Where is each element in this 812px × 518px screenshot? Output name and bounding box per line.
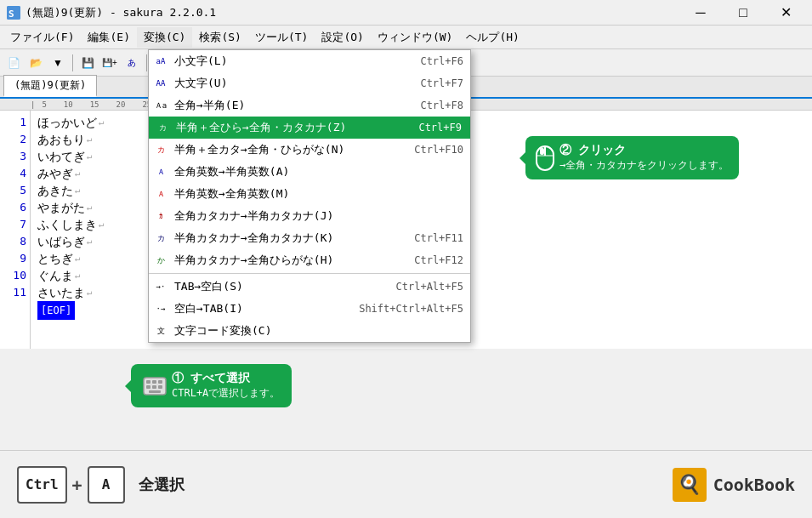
menu-convert[interactable]: 変換(C) [137, 27, 192, 48]
dropdown-shortcut-tab-to-space: Ctrl+Alt+F5 [362, 281, 463, 293]
dropdown-label-uppercase: 大文字(U) [174, 76, 227, 91]
line-num-3: 3 [3, 148, 26, 165]
dropdown-label-han-alpha-to-zen: 半角英数→全角英数(M) [174, 186, 289, 202]
svg-rect-11 [152, 385, 156, 389]
dropdown-label-zen-alpha-to-han: 全角英数→半角英数(A) [174, 164, 289, 179]
svg-text:S: S [9, 9, 14, 20]
line-text-11: さいたま [37, 284, 85, 301]
ctrl-key-box: Ctrl [17, 466, 67, 504]
menu-tools[interactable]: ツール(T) [248, 27, 315, 48]
close-button[interactable]: ✕ [766, 4, 805, 21]
active-tab[interactable]: (無題)9(更新) [3, 75, 97, 97]
svg-rect-7 [146, 380, 150, 384]
tooltip-arrow-step2 [514, 152, 525, 164]
line-num-10: 10 [3, 267, 26, 284]
a-key-box: A [88, 466, 125, 504]
han-alpha-icon: Ａ [152, 185, 169, 202]
dropdown-label-han-to-zen-kata: 半角＋全ひら→全角・カタカナ(Z) [176, 120, 346, 135]
dropdown-item-han-kata-to-zen-kata[interactable]: カ 半角カタカナ→全角カタカナ(K) Ctrl+F11 [149, 227, 470, 249]
tooltip-step1-content: ① すべて選択 CTRL+Aで選択します。 [143, 371, 280, 401]
window-title: (無題)9(更新) - sakura 2.2.0.1 [26, 5, 681, 20]
tooltip-step1: ① すべて選択 CTRL+Aで選択します。 [131, 364, 292, 407]
tooltip-step2: ② クリック →全角・カタカナをクリックします。 [525, 136, 739, 179]
open-file-button[interactable]: 📂 [26, 53, 46, 73]
menu-file[interactable]: ファイル(F) [3, 27, 81, 48]
cookbook-icon-emoji: 🍳 [678, 474, 701, 495]
cookbook-logo: 🍳 CookBook [673, 468, 795, 502]
dropdown-item-zen-alpha-to-han[interactable]: Ａ 全角英数→半角英数(A) [149, 161, 470, 183]
dropdown-label-char-code: 文字コード変換(C) [174, 323, 271, 339]
menu-edit[interactable]: 編集(E) [81, 27, 136, 48]
toolbar-btn-3[interactable]: あ [122, 53, 142, 73]
new-file-button[interactable]: 📄 [3, 53, 24, 73]
dropdown-item-char-code[interactable]: 文 文字コード変換(C) [149, 320, 470, 342]
shortcut-display: Ctrl + A 全選択 [17, 466, 185, 504]
zen-alpha-icon: Ａ [152, 163, 169, 180]
svg-rect-5 [540, 148, 544, 155]
line-text-2: あおもり [37, 131, 85, 148]
dropdown-shortcut-han-to-zen-kata: Ctrl+F9 [384, 122, 462, 134]
dropdown-label-han-kata-to-zen-hira: 半角＋全カタ→全角・ひらがな(N) [174, 142, 344, 157]
zen-kata-to-han-icon: ｶ [152, 208, 169, 225]
shortcut-label: 全選択 [139, 475, 185, 495]
line-num-7: 7 [3, 216, 26, 233]
line-num-4: 4 [3, 165, 26, 182]
dropdown-label-space-to-tab: 空白→TAB(I) [174, 301, 243, 316]
line-text-6: やまがた [37, 199, 85, 216]
svg-rect-12 [158, 385, 162, 389]
save-as-button[interactable]: 💾+ [99, 53, 120, 73]
dropdown-item-lowercase[interactable]: aA 小文字(L) Ctrl+F6 [149, 50, 470, 72]
toolbar-sep-2 [146, 54, 147, 71]
uppercase-icon: AA [152, 75, 169, 92]
svg-rect-9 [158, 380, 162, 384]
dropdown-item-tab-to-space[interactable]: →· TAB→空白(S) Ctrl+Alt+F5 [149, 276, 470, 298]
save-button[interactable]: 💾 [77, 53, 98, 73]
cookbook-icon: 🍳 [673, 468, 707, 502]
maximize-button[interactable]: □ [724, 4, 763, 21]
dropdown-item-han-kata-to-zen-hira2[interactable]: か 半角カタカナ→全角ひらがな(H) Ctrl+F12 [149, 249, 470, 271]
line-text-8: いばらぎ [37, 233, 85, 250]
space-tab-icon: ·→ [152, 300, 169, 317]
tooltip-step2-container: ② クリック →全角・カタカナをクリックします。 [525, 136, 739, 179]
svg-rect-8 [152, 380, 156, 384]
line-num-1: 1 [3, 114, 26, 131]
char-code-icon: 文 [152, 322, 169, 339]
dropdown-shortcut-han-kata-to-zen-kata: Ctrl+F11 [380, 232, 463, 244]
menu-window[interactable]: ウィンドウ(W) [371, 27, 459, 48]
dropdown-shortcut-han-kata-to-zen-hira2: Ctrl+F12 [380, 254, 463, 266]
line-text-1: ほっかいど [37, 114, 97, 131]
plus-sign: + [72, 475, 82, 495]
line-num-11: 11 [3, 284, 26, 301]
menu-help[interactable]: ヘルプ(H) [459, 27, 525, 48]
menu-settings[interactable]: 設定(O) [315, 27, 370, 48]
dropdown-label-han-kata-to-zen-kata: 半角カタカナ→全角カタカナ(K) [174, 231, 333, 246]
dropdown-item-zen-kata-to-han-kata[interactable]: ｶ 全角カタカナ→半角カタカナ(J) [149, 205, 470, 227]
dropdown-item-han-kata-to-zen-hira[interactable]: カ 半角＋全カタ→全角・ひらがな(N) Ctrl+F10 [149, 139, 470, 161]
arrow-down-button[interactable]: ▼ [48, 53, 68, 73]
dropdown-item-uppercase[interactable]: AA 大文字(U) Ctrl+F7 [149, 72, 470, 94]
han-kata-zen-kata-icon: カ [152, 230, 169, 247]
line-text-5: あきた [37, 182, 73, 199]
eof-marker: [EOF] [37, 301, 75, 320]
dropdown-label-lowercase: 小文字(L) [174, 54, 227, 69]
line-numbers: 1 2 3 4 5 6 7 8 9 10 11 [0, 111, 31, 349]
tooltip-step1-container: ① すべて選択 CTRL+Aで選択します。 [131, 364, 292, 407]
line-text-3: いわてぎ [37, 148, 85, 165]
dropdown-item-space-to-tab[interactable]: ·→ 空白→TAB(I) Shift+Ctrl+Alt+F5 [149, 298, 470, 320]
dropdown-item-zen-to-han[interactable]: Ａa 全角→半角(E) Ctrl+F8 [149, 94, 470, 117]
toolbar-sep-1 [72, 54, 73, 71]
menu-search[interactable]: 検索(S) [192, 27, 247, 48]
dropdown-label-zen-to-han: 全角→半角(E) [174, 98, 245, 113]
han-kata-zen-hira2-icon: か [152, 252, 169, 269]
tooltip-step2-desc: →全角・カタカナをクリックします。 [559, 158, 729, 173]
minimize-button[interactable]: ─ [681, 4, 720, 21]
dropdown-overlay: aA 小文字(L) Ctrl+F6 AA 大文字(U) Ctrl+F7 Ａa 全… [148, 49, 471, 343]
dropdown-item-han-to-zen-kata[interactable]: カ 半角＋全ひら→全角・カタカナ(Z) Ctrl+F9 [149, 117, 470, 139]
dropdown-separator-1 [149, 273, 470, 274]
dropdown-item-han-alpha-to-zen[interactable]: Ａ 半角英数→全角英数(M) [149, 183, 470, 205]
line-num-8: 8 [3, 233, 26, 250]
line-num-6: 6 [3, 199, 26, 216]
line-text-7: ふくしまき [37, 216, 97, 233]
line-text-9: とちぎ [37, 250, 73, 267]
cookbook-text: CookBook [713, 475, 795, 495]
